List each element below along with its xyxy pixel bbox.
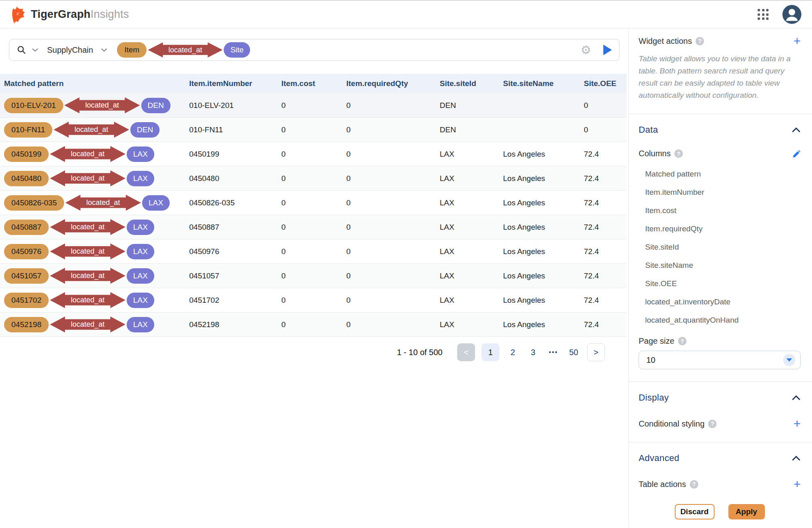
site-vertex-badge[interactable]: LAX — [142, 195, 170, 211]
columns-help-icon[interactable]: ? — [674, 149, 683, 158]
cell-siteId: LAX — [436, 150, 499, 159]
sidebar-column-item[interactable]: located_at.inventoryDate — [639, 293, 801, 311]
dropdown-arrow-icon[interactable] — [783, 354, 795, 366]
sidebar-column-item[interactable]: Site.siteName — [639, 256, 801, 274]
site-vertex-badge[interactable]: DEN — [130, 122, 160, 138]
located-at-edge-badge[interactable]: located_at — [50, 292, 125, 309]
edit-columns-icon[interactable] — [793, 150, 801, 158]
run-search-icon[interactable] — [603, 45, 612, 55]
item-vertex-badge[interactable]: 0450976 — [4, 244, 49, 259]
cell-siteId: LAX — [436, 247, 499, 256]
cell-requiredQty: 0 — [342, 223, 436, 232]
conditional-styling-help-icon[interactable]: ? — [708, 420, 717, 428]
brand-text: TigerGraphInsights — [31, 8, 129, 21]
pattern-edge-badge[interactable]: located_at — [148, 42, 222, 58]
table-row[interactable]: 0450887located_atLAX045088700LAXLos Ange… — [0, 215, 626, 239]
page-ellipsis[interactable]: ••• — [546, 349, 560, 356]
table-row[interactable]: 0451057located_atLAX045105700LAXLos Ange… — [0, 264, 626, 288]
located-at-edge-badge[interactable]: located_at — [50, 146, 125, 163]
page-size-help-icon[interactable]: ? — [678, 337, 687, 345]
sidebar-column-item[interactable]: Item.cost — [639, 201, 801, 220]
table-actions-help-icon[interactable]: ? — [690, 480, 698, 489]
table-row[interactable]: 010-FN11located_atDEN010-FN1100DEN0 — [0, 118, 626, 142]
add-widget-action-icon[interactable]: + — [793, 35, 801, 47]
pattern-target-badge[interactable]: Site — [224, 42, 250, 58]
table-row[interactable]: 0452198located_atLAX045219800LAXLos Ange… — [0, 312, 626, 337]
located-at-edge-badge[interactable]: located_at — [54, 121, 129, 138]
item-vertex-badge[interactable]: 0450199 — [4, 147, 49, 162]
data-collapse-icon[interactable] — [792, 127, 801, 133]
located-at-edge-badge[interactable]: located_at — [65, 97, 140, 114]
search-icon[interactable] — [17, 45, 26, 55]
item-vertex-badge[interactable]: 010-FN11 — [4, 122, 52, 138]
located-at-edge-badge[interactable]: located_at — [50, 219, 125, 236]
graph-selector[interactable]: SupplyChain — [47, 45, 93, 55]
page-button-2[interactable]: 2 — [506, 348, 520, 357]
sidebar-column-item[interactable]: located_at.quantityOnHand — [639, 311, 801, 329]
site-vertex-badge[interactable]: LAX — [127, 171, 154, 186]
cell-itemNumber: 0450826-035 — [185, 198, 277, 207]
sidebar-column-item[interactable]: Item.itemNumber — [639, 183, 801, 201]
table-row[interactable]: 0450826-035located_atLAX0450826-03500LAX… — [0, 191, 626, 215]
table-row[interactable]: 0450976located_atLAX045097600LAXLos Ange… — [0, 239, 626, 264]
column-header[interactable]: Site.siteName — [499, 79, 580, 88]
item-vertex-badge[interactable]: 010-ELV-201 — [4, 98, 63, 113]
located-at-edge-badge[interactable]: located_at — [65, 194, 141, 211]
apply-button[interactable]: Apply — [728, 504, 765, 519]
next-page-button[interactable]: > — [587, 343, 605, 361]
table-row[interactable]: 010-ELV-201located_atDEN010-ELV-20100DEN… — [0, 93, 626, 118]
item-vertex-badge[interactable]: 0451057 — [4, 268, 49, 284]
column-header[interactable]: Item.cost — [277, 79, 342, 88]
sidebar-column-item[interactable]: Site.siteId — [639, 238, 801, 256]
site-vertex-badge[interactable]: LAX — [127, 317, 154, 332]
located-at-edge-badge[interactable]: located_at — [50, 316, 125, 333]
column-header[interactable]: Matched pattern — [0, 79, 185, 88]
located-at-edge-badge[interactable]: located_at — [50, 170, 125, 187]
item-vertex-badge[interactable]: 0450887 — [4, 220, 49, 235]
sidebar-column-item[interactable]: Item.requiredQty — [639, 220, 801, 238]
page-button-1[interactable]: 1 — [482, 343, 499, 361]
column-header[interactable]: Site.siteId — [436, 79, 499, 88]
search-mode-chevron-icon[interactable] — [32, 48, 38, 52]
pattern-source-badge[interactable]: Item — [117, 42, 147, 58]
table-row[interactable]: 0451702located_atLAX045170200LAXLos Ange… — [0, 288, 626, 312]
page-button-50[interactable]: 50 — [567, 348, 581, 357]
item-vertex-badge[interactable]: 0452198 — [4, 317, 49, 332]
advanced-collapse-icon[interactable] — [792, 455, 801, 461]
sidebar-column-item[interactable]: Matched pattern — [639, 165, 801, 183]
located-at-edge-badge[interactable]: located_at — [50, 267, 125, 284]
item-vertex-badge[interactable]: 0451702 — [4, 293, 49, 308]
site-vertex-badge[interactable]: LAX — [127, 244, 154, 259]
located-at-edge-badge[interactable]: located_at — [50, 243, 125, 260]
cell-siteName: Los Angeles — [499, 150, 580, 159]
pattern-search-bar[interactable]: SupplyChain Item located_at Site ⚙ — [9, 39, 620, 61]
site-vertex-badge[interactable]: LAX — [127, 268, 154, 284]
cell-itemNumber: 0450887 — [185, 223, 277, 232]
graph-selector-chevron-icon[interactable] — [101, 48, 107, 52]
display-collapse-icon[interactable] — [792, 395, 801, 401]
site-vertex-badge[interactable]: LAX — [127, 293, 154, 308]
config-sidebar: Widget actions ? + Table widget allows y… — [628, 28, 812, 527]
site-vertex-badge[interactable]: LAX — [127, 147, 154, 162]
table-row[interactable]: 0450199located_atLAX045019900LAXLos Ange… — [0, 142, 626, 166]
sidebar-column-item[interactable]: Site.OEE — [639, 274, 801, 293]
item-vertex-badge[interactable]: 0450480 — [4, 171, 49, 186]
item-vertex-badge[interactable]: 0450826-035 — [4, 195, 64, 211]
site-vertex-badge[interactable]: LAX — [127, 220, 154, 235]
column-header[interactable]: Site.OEE — [580, 79, 626, 88]
site-vertex-badge[interactable]: DEN — [141, 98, 171, 113]
user-avatar[interactable] — [782, 5, 801, 24]
page-size-select[interactable]: 10 — [639, 351, 801, 369]
widget-actions-help-icon[interactable]: ? — [695, 37, 704, 45]
cell-itemNumber: 010-FN11 — [185, 125, 277, 134]
apps-grid-icon[interactable] — [758, 9, 769, 20]
discard-button[interactable]: Discard — [675, 504, 715, 519]
add-conditional-styling-icon[interactable]: + — [793, 418, 801, 430]
gear-icon[interactable]: ⚙ — [581, 44, 591, 56]
prev-page-button[interactable]: < — [457, 343, 475, 361]
add-table-action-icon[interactable]: + — [793, 478, 801, 490]
column-header[interactable]: Item.requiredQty — [342, 79, 436, 88]
column-header[interactable]: Item.itemNumber — [185, 79, 277, 88]
table-row[interactable]: 0450480located_atLAX045048000LAXLos Ange… — [0, 166, 626, 191]
page-button-3[interactable]: 3 — [526, 348, 540, 357]
